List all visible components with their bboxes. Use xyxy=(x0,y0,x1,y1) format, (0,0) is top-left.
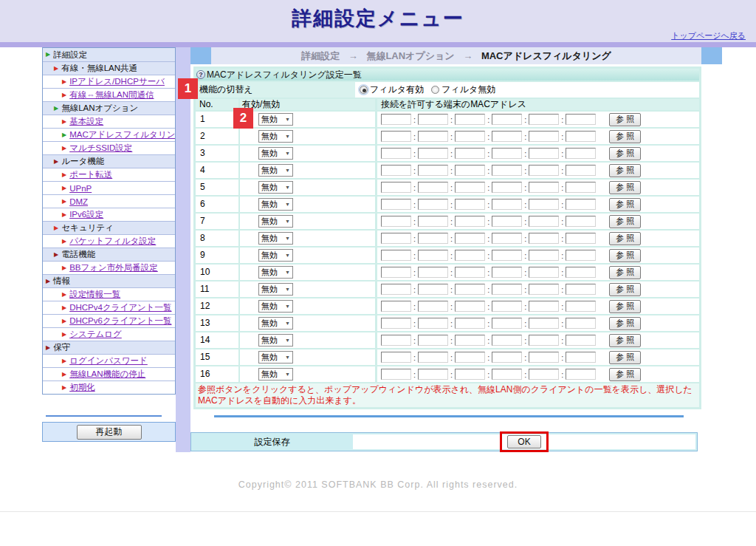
top-page-link[interactable]: トップページへ戻る xyxy=(671,30,746,41)
mac-octet-input[interactable] xyxy=(529,216,559,227)
mac-octet-input[interactable] xyxy=(455,301,485,312)
reference-button[interactable]: 参照 xyxy=(609,113,641,126)
filter-disabled-option[interactable]: フィルタ無効 xyxy=(431,83,495,96)
mac-octet-input[interactable] xyxy=(566,165,596,176)
sidebar-item-label[interactable]: ポート転送 xyxy=(69,169,112,180)
sidebar-item-12[interactable]: ▶IPv6設定 xyxy=(43,208,175,221)
mac-octet-input[interactable] xyxy=(418,114,448,125)
mac-octet-input[interactable] xyxy=(455,216,485,227)
mac-octet-input[interactable] xyxy=(492,148,522,159)
sidebar-item-3[interactable]: ▶有線⇔無線LAN間通信 xyxy=(43,88,175,101)
mac-octet-input[interactable] xyxy=(381,267,411,278)
mac-octet-input[interactable] xyxy=(566,182,596,193)
mac-octet-input[interactable] xyxy=(566,148,596,159)
mac-octet-input[interactable] xyxy=(455,165,485,176)
mac-octet-input[interactable] xyxy=(492,352,522,363)
sidebar-item-label[interactable]: ログインパスワード xyxy=(69,355,148,366)
mac-octet-input[interactable] xyxy=(566,301,596,312)
mac-octet-input[interactable] xyxy=(418,216,448,227)
mac-octet-input[interactable] xyxy=(418,301,448,312)
reference-button[interactable]: 参照 xyxy=(609,130,641,143)
sidebar-item-24[interactable]: ▶無線LAN機能の停止 xyxy=(43,367,175,381)
mac-octet-input[interactable] xyxy=(566,369,596,380)
sidebar-item-23[interactable]: ▶ログインパスワード xyxy=(43,354,175,367)
radio-checked-icon[interactable] xyxy=(360,86,368,94)
status-select[interactable]: 無効▼ xyxy=(258,334,293,347)
mac-octet-input[interactable] xyxy=(455,131,485,142)
mac-octet-input[interactable] xyxy=(418,250,448,261)
mac-octet-input[interactable] xyxy=(529,301,559,312)
sidebar-item-6[interactable]: ▶MACアドレスフィルタリング xyxy=(43,128,175,141)
mac-octet-input[interactable] xyxy=(418,131,448,142)
sidebar-item-14[interactable]: ▶パケットフィルタ設定 xyxy=(43,234,175,248)
mac-octet-input[interactable] xyxy=(381,216,411,227)
sidebar-item-18[interactable]: ▶設定情報一覧 xyxy=(43,287,175,301)
mac-octet-input[interactable] xyxy=(418,352,448,363)
mac-octet-input[interactable] xyxy=(492,369,522,380)
reference-button[interactable]: 参照 xyxy=(609,198,641,211)
sidebar-item-label[interactable]: 初期化 xyxy=(69,382,95,393)
mac-octet-input[interactable] xyxy=(418,165,448,176)
sidebar-item-label[interactable]: DHCPv6クライアント一覧 xyxy=(69,315,171,327)
reference-button[interactable]: 参照 xyxy=(609,317,641,330)
mac-octet-input[interactable] xyxy=(492,199,522,210)
reference-button[interactable]: 参照 xyxy=(609,351,641,364)
reference-button[interactable]: 参照 xyxy=(609,300,641,313)
status-select[interactable]: 無効▼ xyxy=(258,351,293,364)
sidebar-item-11[interactable]: ▶DMZ xyxy=(43,194,175,208)
reference-button[interactable]: 参照 xyxy=(609,266,641,279)
mac-octet-input[interactable] xyxy=(455,318,485,329)
reference-button[interactable]: 参照 xyxy=(609,181,641,194)
status-select[interactable]: 無効▼ xyxy=(258,130,293,143)
mac-octet-input[interactable] xyxy=(492,250,522,261)
status-select[interactable]: 無効▼ xyxy=(258,368,293,381)
mac-octet-input[interactable] xyxy=(529,267,559,278)
mac-octet-input[interactable] xyxy=(492,301,522,312)
mac-octet-input[interactable] xyxy=(455,199,485,210)
sidebar-item-label[interactable]: 無線LAN機能の停止 xyxy=(69,369,145,380)
mac-octet-input[interactable] xyxy=(381,165,411,176)
sidebar-item-label[interactable]: UPnP xyxy=(69,184,92,193)
mac-octet-input[interactable] xyxy=(418,284,448,295)
status-select[interactable]: 無効▼ xyxy=(258,113,293,126)
mac-octet-input[interactable] xyxy=(455,284,485,295)
mac-octet-input[interactable] xyxy=(529,165,559,176)
mac-octet-input[interactable] xyxy=(492,165,522,176)
mac-octet-input[interactable] xyxy=(566,114,596,125)
mac-octet-input[interactable] xyxy=(455,250,485,261)
sidebar-item-10[interactable]: ▶UPnP xyxy=(43,181,175,194)
sidebar-item-19[interactable]: ▶DHCPv4クライアント一覧 xyxy=(43,301,175,314)
mac-octet-input[interactable] xyxy=(529,199,559,210)
status-select[interactable]: 無効▼ xyxy=(258,215,293,228)
reference-button[interactable]: 参照 xyxy=(609,215,641,228)
mac-octet-input[interactable] xyxy=(455,335,485,346)
mac-octet-input[interactable] xyxy=(381,182,411,193)
mac-octet-input[interactable] xyxy=(492,284,522,295)
mac-octet-input[interactable] xyxy=(381,114,411,125)
mac-octet-input[interactable] xyxy=(492,335,522,346)
sidebar-item-label[interactable]: DHCPv4クライアント一覧 xyxy=(69,302,171,313)
sidebar-item-label[interactable]: パケットフィルタ設定 xyxy=(69,236,156,247)
mac-octet-input[interactable] xyxy=(492,182,522,193)
mac-octet-input[interactable] xyxy=(566,216,596,227)
mac-octet-input[interactable] xyxy=(381,199,411,210)
mac-octet-input[interactable] xyxy=(492,216,522,227)
mac-octet-input[interactable] xyxy=(529,182,559,193)
mac-octet-input[interactable] xyxy=(492,131,522,142)
mac-octet-input[interactable] xyxy=(529,131,559,142)
status-select[interactable]: 無効▼ xyxy=(258,164,293,177)
mac-octet-input[interactable] xyxy=(492,267,522,278)
mac-octet-input[interactable] xyxy=(566,335,596,346)
status-select[interactable]: 無効▼ xyxy=(258,147,293,160)
radio-unchecked-icon[interactable] xyxy=(431,86,439,94)
mac-octet-input[interactable] xyxy=(418,369,448,380)
status-select[interactable]: 無効▼ xyxy=(258,300,293,313)
mac-octet-input[interactable] xyxy=(529,369,559,380)
mac-octet-input[interactable] xyxy=(529,352,559,363)
sidebar-item-7[interactable]: ▶マルチSSID設定 xyxy=(43,141,175,154)
mac-octet-input[interactable] xyxy=(418,318,448,329)
mac-octet-input[interactable] xyxy=(492,318,522,329)
mac-octet-input[interactable] xyxy=(529,335,559,346)
status-select[interactable]: 無効▼ xyxy=(258,266,293,279)
mac-octet-input[interactable] xyxy=(455,369,485,380)
